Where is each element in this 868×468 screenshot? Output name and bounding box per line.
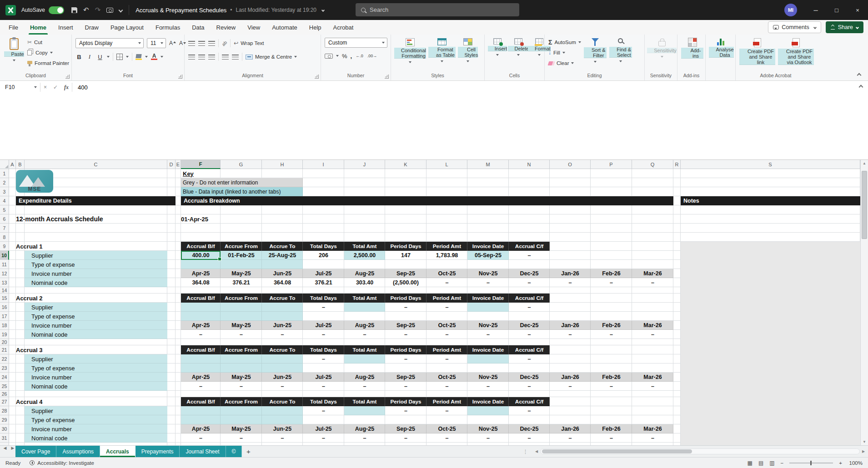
search-box[interactable]: Search	[356, 3, 519, 16]
cell-G13[interactable]: 376.21	[221, 278, 262, 287]
cell-H28[interactable]	[262, 406, 303, 415]
column-header-I[interactable]: I	[303, 160, 344, 169]
save-button[interactable]	[71, 7, 77, 13]
comments-button[interactable]: Comments	[768, 21, 821, 33]
row-header-17[interactable]: 17	[0, 312, 9, 321]
cell-M9[interactable]: Invoice Date	[467, 242, 509, 251]
cell-K13[interactable]: (2,500.00)	[385, 278, 426, 287]
format-painter-button[interactable]: Format Painter	[27, 59, 69, 68]
cell-F31[interactable]: –	[181, 433, 221, 443]
cell-B15[interactable]: Accrual 2	[16, 294, 167, 303]
cell-H23[interactable]	[262, 363, 303, 373]
cell-L27[interactable]: Period Amt	[426, 397, 467, 406]
create-pdf-share-outlook-button[interactable]: Create PDF and Share via Outlook	[778, 38, 814, 65]
cell-I30[interactable]: Jul-25	[303, 424, 344, 433]
normal-view-icon[interactable]: ▦	[748, 460, 753, 466]
cell-N22[interactable]: –	[509, 354, 550, 363]
cell-F29[interactable]	[181, 415, 221, 424]
cell-I9[interactable]: Total Days	[303, 242, 344, 251]
column-header-R[interactable]: R	[673, 160, 681, 169]
collapse-ribbon-icon[interactable]	[857, 73, 862, 78]
ribbon-tab-draw[interactable]: Draw	[79, 20, 105, 35]
cell-I16[interactable]: –	[303, 303, 344, 312]
cell-L24[interactable]: Oct-25	[426, 373, 467, 382]
number-dialog-launcher[interactable]	[385, 75, 389, 79]
orientation-button[interactable]: ab	[221, 40, 228, 47]
cell-I27[interactable]: Total Days	[303, 397, 344, 406]
cell-L22[interactable]: –	[426, 354, 467, 363]
italic-button[interactable]: I	[86, 53, 93, 60]
sheet-tab-assumptions[interactable]: Assumptions	[56, 446, 100, 457]
cell-J22[interactable]	[344, 354, 385, 363]
cell-Q13[interactable]: –	[632, 278, 673, 287]
cell-K16[interactable]: –	[385, 303, 426, 312]
cell-I22[interactable]: –	[303, 354, 344, 363]
insert-function-button[interactable]: fx	[61, 81, 72, 94]
cell-P13[interactable]: –	[591, 278, 632, 287]
zoom-slider-thumb[interactable]	[810, 461, 812, 465]
hscroll-thumb[interactable]	[542, 449, 692, 453]
decrease-indent-button[interactable]	[222, 55, 229, 60]
cell-F19[interactable]: –	[181, 330, 221, 339]
cell-M27[interactable]: Invoice Date	[467, 397, 509, 406]
cell-F21[interactable]: Accrual B/f	[181, 345, 221, 354]
cell-F15[interactable]: Accrual B/f	[181, 294, 221, 303]
cell-L15[interactable]: Period Amt	[426, 294, 467, 303]
cell-B9[interactable]: Accrual 1	[16, 242, 167, 251]
cell-G19[interactable]: –	[221, 330, 262, 339]
cell-L18[interactable]: Oct-25	[426, 321, 467, 330]
zoom-slider[interactable]	[789, 463, 833, 463]
cell-K19[interactable]: –	[385, 330, 426, 339]
cell-H25[interactable]: –	[262, 382, 303, 391]
formula-input[interactable]: 400	[72, 81, 88, 94]
zoom-in-button[interactable]: +	[839, 460, 842, 466]
cell-Q19[interactable]: –	[632, 330, 673, 339]
column-header-L[interactable]: L	[426, 160, 467, 169]
sheet-tab-cover-page[interactable]: Cover Page	[15, 446, 56, 457]
cell-C22[interactable]: Supplier	[25, 354, 167, 363]
redo-button[interactable]: ↷	[95, 6, 101, 14]
column-header-H[interactable]: H	[262, 160, 303, 169]
row-header-29[interactable]: 29	[0, 415, 9, 424]
cell-J31[interactable]: –	[344, 433, 385, 443]
cell-G27[interactable]: Accrue From	[221, 397, 262, 406]
cell-M22[interactable]	[467, 354, 509, 363]
cell-M24[interactable]: Nov-25	[467, 373, 509, 382]
row-header-4[interactable]: 4	[0, 196, 9, 205]
cell-F6[interactable]: 01-Apr-25	[181, 214, 262, 224]
cell-M25[interactable]: –	[467, 382, 509, 391]
cell-G12[interactable]: May-25	[221, 269, 262, 278]
accounting-format-button[interactable]	[325, 54, 333, 59]
column-header-S[interactable]: S	[681, 160, 860, 169]
cell-G24[interactable]: May-25	[221, 373, 262, 382]
cell-K30[interactable]: Sep-25	[385, 424, 426, 433]
delete-cells-button[interactable]: Delete	[509, 38, 527, 57]
undo-button[interactable]: ↶	[83, 6, 89, 14]
cell-N18[interactable]: Dec-25	[509, 321, 550, 330]
cell-K28[interactable]: –	[385, 406, 426, 415]
font-size-select[interactable]: 11	[147, 38, 166, 48]
cell-N10[interactable]: –	[509, 251, 550, 260]
row-header-20[interactable]: 20	[0, 339, 9, 345]
cell-L25[interactable]: –	[426, 382, 467, 391]
sort-filter-button[interactable]: Sort & Filter	[584, 38, 607, 64]
decrease-decimal-button[interactable]: .00→	[367, 53, 378, 59]
cell-L10[interactable]: 1,783.98	[426, 251, 467, 260]
cell-G29[interactable]	[221, 415, 262, 424]
cell-L28[interactable]: –	[426, 406, 467, 415]
close-button[interactable]: ×	[847, 0, 868, 20]
cell-Q31[interactable]: –	[632, 433, 673, 443]
cell-G25[interactable]: –	[221, 382, 262, 391]
cell-G31[interactable]: –	[221, 433, 262, 443]
column-header-G[interactable]: G	[221, 160, 262, 169]
cell-F24[interactable]: Apr-25	[181, 373, 221, 382]
cell-O13[interactable]: –	[550, 278, 591, 287]
cell-C24[interactable]: Invoice number	[25, 373, 167, 382]
wrap-text-button[interactable]: ↩Wrap Text	[234, 39, 264, 48]
cell-F22[interactable]	[181, 354, 221, 363]
cell-F11[interactable]	[181, 260, 221, 269]
align-right-button[interactable]	[208, 55, 215, 60]
cell-J21[interactable]: Total Amt	[344, 345, 385, 354]
cell-I19[interactable]: –	[303, 330, 344, 339]
row-header-10[interactable]: 10	[0, 251, 9, 260]
